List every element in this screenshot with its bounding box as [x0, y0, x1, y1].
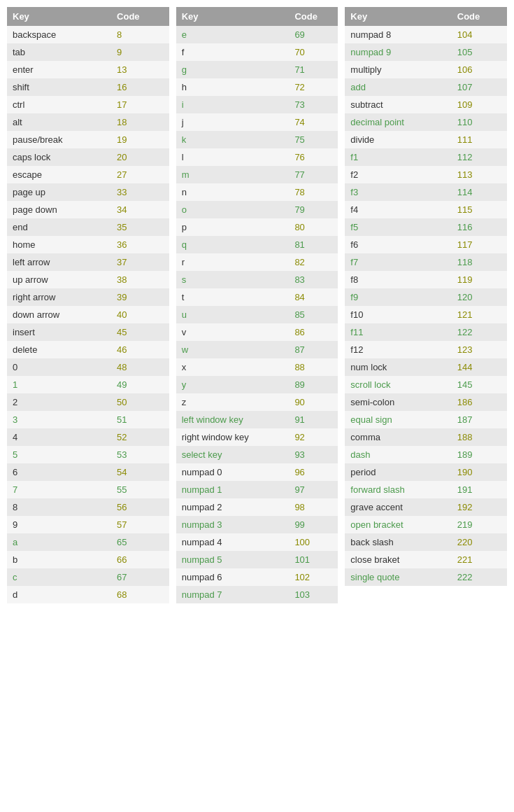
- table-row: f1112: [345, 148, 507, 166]
- key-name-cell: add: [345, 78, 451, 96]
- key-code-cell: 13: [111, 61, 169, 78]
- key-name-cell: f: [176, 43, 290, 61]
- table-row: f2113: [345, 166, 507, 183]
- key-name-cell: right window key: [176, 428, 290, 446]
- table-row: f6117: [345, 236, 507, 253]
- key-code-cell: 55: [111, 481, 169, 498]
- key-code-cell: 46: [111, 341, 169, 358]
- table-row: numpad 9105: [345, 43, 507, 61]
- table-row: down arrow40: [7, 306, 169, 323]
- table-row: f9120: [345, 288, 507, 306]
- table-row: y89: [176, 376, 338, 393]
- table-row: 553: [7, 446, 169, 463]
- key-name-cell: z: [176, 393, 290, 411]
- table-row: numpad 8104: [345, 26, 507, 43]
- table-row: o79: [176, 201, 338, 218]
- table-row: k75: [176, 131, 338, 148]
- key-name-cell: f1: [345, 148, 451, 166]
- key-code-cell: 18: [111, 113, 169, 131]
- table-row: tab9: [7, 43, 169, 61]
- key-code-cell: 145: [452, 376, 507, 393]
- key-name-cell: s: [176, 271, 290, 288]
- key-name-cell: left arrow: [7, 253, 111, 271]
- key-name-cell: 8: [7, 498, 111, 516]
- key-code-cell: 77: [289, 166, 338, 183]
- key-code-cell: 69: [289, 26, 338, 43]
- key-name-cell: numpad 5: [176, 551, 290, 568]
- key-code-cell: 35: [111, 218, 169, 236]
- key-name-cell: f4: [345, 201, 451, 218]
- key-code-cell: 119: [452, 271, 507, 288]
- table-row: end35: [7, 218, 169, 236]
- table-row: page up33: [7, 183, 169, 201]
- key-name-cell: numpad 1: [176, 481, 290, 498]
- table-row: insert45: [7, 323, 169, 341]
- key-name-cell: subtract: [345, 96, 451, 113]
- key-code-cell: 76: [289, 148, 338, 166]
- key-code-cell: 144: [452, 358, 507, 376]
- key-name-cell: delete: [7, 341, 111, 358]
- key-code-cell: 97: [289, 481, 338, 498]
- table-row: ctrl17: [7, 96, 169, 113]
- table-row: s83: [176, 271, 338, 288]
- key-name-cell: shift: [7, 78, 111, 96]
- table-row: e69: [176, 26, 338, 43]
- key-name-cell: ctrl: [7, 96, 111, 113]
- table-row: f11122: [345, 323, 507, 341]
- key-name-cell: a: [7, 533, 111, 551]
- key-code-cell: 107: [452, 78, 507, 96]
- table-row: left window key91: [176, 411, 338, 428]
- table1-header-code: Code: [111, 7, 169, 26]
- key-code-cell: 101: [289, 551, 338, 568]
- key-name-cell: 5: [7, 446, 111, 463]
- table-row: f5116: [345, 218, 507, 236]
- key-name-cell: n: [176, 183, 290, 201]
- key-name-cell: dash: [345, 446, 451, 463]
- table-row: t84: [176, 288, 338, 306]
- table-row: f10121: [345, 306, 507, 323]
- key-code-cell: 92: [289, 428, 338, 446]
- key-name-cell: divide: [345, 131, 451, 148]
- key-name-cell: num lock: [345, 358, 451, 376]
- table-row: back slash220: [345, 533, 507, 551]
- key-name-cell: numpad 7: [176, 586, 290, 603]
- table-row: enter13: [7, 61, 169, 78]
- key-code-cell: 117: [452, 236, 507, 253]
- key-name-cell: grave accent: [345, 498, 451, 516]
- key-name-cell: v: [176, 323, 290, 341]
- table-row: decimal point110: [345, 113, 507, 131]
- key-code-cell: 222: [452, 568, 507, 586]
- key-name-cell: comma: [345, 428, 451, 446]
- key-name-cell: 3: [7, 411, 111, 428]
- table-row: m77: [176, 166, 338, 183]
- table-row: u85: [176, 306, 338, 323]
- key-name-cell: alt: [7, 113, 111, 131]
- key-name-cell: e: [176, 26, 290, 43]
- key-name-cell: forward slash: [345, 481, 451, 498]
- table-row: q81: [176, 236, 338, 253]
- key-name-cell: 9: [7, 516, 111, 533]
- table-row: z90: [176, 393, 338, 411]
- key-name-cell: multiply: [345, 61, 451, 78]
- table-row: escape27: [7, 166, 169, 183]
- key-name-cell: numpad 4: [176, 533, 290, 551]
- key-code-cell: 79: [289, 201, 338, 218]
- key-name-cell: pause/break: [7, 131, 111, 148]
- key-code-cell: 38: [111, 271, 169, 288]
- key-name-cell: q: [176, 236, 290, 253]
- key-name-cell: numpad 2: [176, 498, 290, 516]
- key-name-cell: close braket: [345, 551, 451, 568]
- table-row: f70: [176, 43, 338, 61]
- key-code-cell: 121: [452, 306, 507, 323]
- key-code-cell: 80: [289, 218, 338, 236]
- key-code-cell: 96: [289, 463, 338, 481]
- key-name-cell: r: [176, 253, 290, 271]
- table-row: divide111: [345, 131, 507, 148]
- key-code-cell: 93: [289, 446, 338, 463]
- key-name-cell: f3: [345, 183, 451, 201]
- key-name-cell: right arrow: [7, 288, 111, 306]
- table-row: a65: [7, 533, 169, 551]
- key-code-cell: 85: [289, 306, 338, 323]
- key-name-cell: 1: [7, 376, 111, 393]
- table-row: d68: [7, 586, 169, 603]
